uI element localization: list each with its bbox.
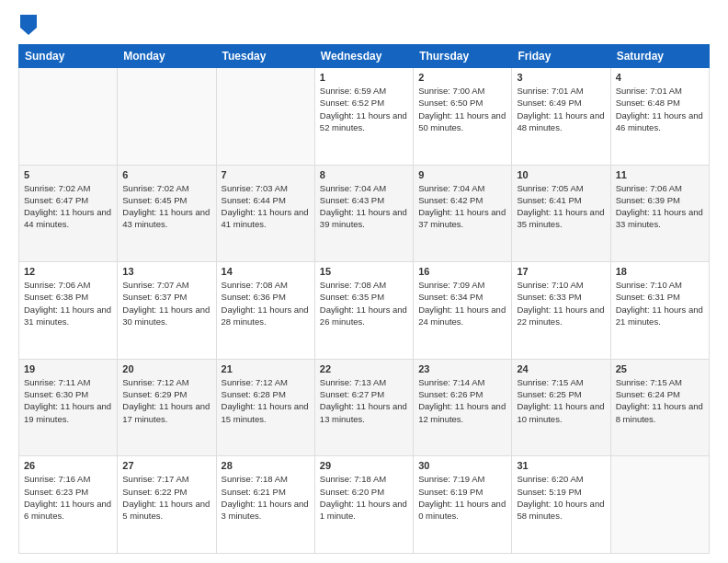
calendar-cell: 9Sunrise: 7:04 AM Sunset: 6:42 PM Daylig…: [414, 165, 512, 262]
calendar-cell: 1Sunrise: 6:59 AM Sunset: 6:52 PM Daylig…: [314, 68, 413, 166]
day-info: Sunrise: 7:08 AM Sunset: 6:36 PM Dayligh…: [222, 279, 310, 327]
day-info: Sunrise: 7:19 AM Sunset: 6:19 PM Dayligh…: [418, 473, 506, 522]
day-info: Sunrise: 7:13 AM Sunset: 6:27 PM Dayligh…: [320, 376, 408, 425]
header: [18, 15, 710, 35]
day-info: Sunrise: 7:01 AM Sunset: 6:48 PM Dayligh…: [616, 85, 704, 133]
calendar-header-sunday: Sunday: [19, 45, 118, 68]
day-info: Sunrise: 7:18 AM Sunset: 6:21 PM Dayligh…: [222, 473, 310, 522]
calendar-cell: 23Sunrise: 7:14 AM Sunset: 6:26 PM Dayli…: [414, 359, 512, 456]
day-info: Sunrise: 7:05 AM Sunset: 6:41 PM Dayligh…: [517, 182, 605, 231]
day-info: Sunrise: 7:18 AM Sunset: 6:20 PM Dayligh…: [320, 473, 408, 522]
calendar-cell: 7Sunrise: 7:03 AM Sunset: 6:44 PM Daylig…: [216, 165, 314, 262]
day-info: Sunrise: 7:06 AM Sunset: 6:38 PM Dayligh…: [24, 279, 112, 327]
day-number: 3: [517, 72, 605, 83]
calendar-cell: [216, 68, 314, 166]
day-number: 4: [616, 72, 704, 83]
calendar-cell: 5Sunrise: 7:02 AM Sunset: 6:47 PM Daylig…: [19, 165, 118, 262]
day-number: 19: [24, 363, 112, 374]
calendar-week-2: 5Sunrise: 7:02 AM Sunset: 6:47 PM Daylig…: [19, 165, 710, 262]
day-info: Sunrise: 7:10 AM Sunset: 6:33 PM Dayligh…: [517, 279, 605, 327]
calendar-cell: 17Sunrise: 7:10 AM Sunset: 6:33 PM Dayli…: [512, 262, 610, 360]
page: SundayMondayTuesdayWednesdayThursdayFrid…: [0, 0, 728, 563]
day-number: 10: [517, 169, 605, 180]
day-info: Sunrise: 6:20 AM Sunset: 5:19 PM Dayligh…: [517, 473, 605, 522]
day-number: 8: [320, 169, 408, 180]
day-info: Sunrise: 6:59 AM Sunset: 6:52 PM Dayligh…: [320, 85, 408, 133]
calendar-cell: 6Sunrise: 7:02 AM Sunset: 6:45 PM Daylig…: [118, 165, 216, 262]
day-info: Sunrise: 7:08 AM Sunset: 6:35 PM Dayligh…: [320, 279, 408, 327]
day-number: 12: [24, 266, 112, 277]
calendar-cell: 16Sunrise: 7:09 AM Sunset: 6:34 PM Dayli…: [414, 262, 512, 360]
day-number: 28: [222, 460, 310, 471]
calendar-cell: 30Sunrise: 7:19 AM Sunset: 6:19 PM Dayli…: [414, 456, 512, 554]
day-number: 20: [122, 363, 210, 374]
calendar-cell: 14Sunrise: 7:08 AM Sunset: 6:36 PM Dayli…: [216, 262, 314, 360]
calendar-cell: 31Sunrise: 6:20 AM Sunset: 5:19 PM Dayli…: [512, 456, 610, 554]
day-number: 22: [320, 363, 408, 374]
day-number: 29: [320, 460, 408, 471]
calendar-header-wednesday: Wednesday: [314, 45, 413, 68]
calendar-cell: [19, 68, 118, 166]
calendar-week-1: 1Sunrise: 6:59 AM Sunset: 6:52 PM Daylig…: [19, 68, 710, 166]
calendar-week-5: 26Sunrise: 7:16 AM Sunset: 6:23 PM Dayli…: [19, 456, 710, 554]
day-info: Sunrise: 7:02 AM Sunset: 6:47 PM Dayligh…: [24, 182, 112, 231]
svg-marker-0: [20, 15, 37, 35]
day-number: 27: [122, 460, 210, 471]
day-number: 13: [122, 266, 210, 277]
day-number: 7: [222, 169, 310, 180]
day-info: Sunrise: 7:11 AM Sunset: 6:30 PM Dayligh…: [24, 376, 112, 425]
calendar-cell: 28Sunrise: 7:18 AM Sunset: 6:21 PM Dayli…: [216, 456, 314, 554]
day-number: 26: [24, 460, 112, 471]
day-info: Sunrise: 7:15 AM Sunset: 6:24 PM Dayligh…: [616, 376, 704, 425]
day-info: Sunrise: 7:00 AM Sunset: 6:50 PM Dayligh…: [418, 85, 506, 133]
calendar-cell: 12Sunrise: 7:06 AM Sunset: 6:38 PM Dayli…: [19, 262, 118, 360]
logo: [18, 15, 42, 35]
calendar-cell: 24Sunrise: 7:15 AM Sunset: 6:25 PM Dayli…: [512, 359, 610, 456]
calendar-cell: 26Sunrise: 7:16 AM Sunset: 6:23 PM Dayli…: [19, 456, 118, 554]
calendar-cell: 15Sunrise: 7:08 AM Sunset: 6:35 PM Dayli…: [314, 262, 413, 360]
calendar-cell: 19Sunrise: 7:11 AM Sunset: 6:30 PM Dayli…: [19, 359, 118, 456]
day-number: 24: [517, 363, 605, 374]
day-number: 23: [418, 363, 506, 374]
day-info: Sunrise: 7:01 AM Sunset: 6:49 PM Dayligh…: [517, 85, 605, 133]
day-info: Sunrise: 7:10 AM Sunset: 6:31 PM Dayligh…: [616, 279, 704, 327]
calendar-cell: [118, 68, 216, 166]
calendar-header-thursday: Thursday: [414, 45, 512, 68]
calendar-cell: 27Sunrise: 7:17 AM Sunset: 6:22 PM Dayli…: [118, 456, 216, 554]
calendar-cell: 21Sunrise: 7:12 AM Sunset: 6:28 PM Dayli…: [216, 359, 314, 456]
calendar-cell: 8Sunrise: 7:04 AM Sunset: 6:43 PM Daylig…: [314, 165, 413, 262]
calendar-header-row: SundayMondayTuesdayWednesdayThursdayFrid…: [19, 45, 710, 68]
calendar-header-saturday: Saturday: [610, 45, 709, 68]
calendar-header-tuesday: Tuesday: [216, 45, 314, 68]
day-number: 25: [616, 363, 704, 374]
calendar-cell: 10Sunrise: 7:05 AM Sunset: 6:41 PM Dayli…: [512, 165, 610, 262]
logo-icon: [20, 15, 37, 35]
calendar-cell: 29Sunrise: 7:18 AM Sunset: 6:20 PM Dayli…: [314, 456, 413, 554]
day-number: 9: [418, 169, 506, 180]
day-number: 11: [616, 169, 704, 180]
day-info: Sunrise: 7:16 AM Sunset: 6:23 PM Dayligh…: [24, 473, 112, 522]
calendar-week-4: 19Sunrise: 7:11 AM Sunset: 6:30 PM Dayli…: [19, 359, 710, 456]
day-info: Sunrise: 7:17 AM Sunset: 6:22 PM Dayligh…: [122, 473, 210, 522]
day-info: Sunrise: 7:12 AM Sunset: 6:28 PM Dayligh…: [222, 376, 310, 425]
calendar-cell: 20Sunrise: 7:12 AM Sunset: 6:29 PM Dayli…: [118, 359, 216, 456]
day-number: 2: [418, 72, 506, 83]
day-info: Sunrise: 7:14 AM Sunset: 6:26 PM Dayligh…: [418, 376, 506, 425]
day-info: Sunrise: 7:04 AM Sunset: 6:43 PM Dayligh…: [320, 182, 408, 231]
day-number: 1: [320, 72, 408, 83]
day-number: 14: [222, 266, 310, 277]
day-info: Sunrise: 7:03 AM Sunset: 6:44 PM Dayligh…: [222, 182, 310, 231]
calendar-header-friday: Friday: [512, 45, 610, 68]
day-number: 30: [418, 460, 506, 471]
day-number: 18: [616, 266, 704, 277]
day-info: Sunrise: 7:15 AM Sunset: 6:25 PM Dayligh…: [517, 376, 605, 425]
calendar-table: SundayMondayTuesdayWednesdayThursdayFrid…: [18, 44, 710, 554]
calendar-cell: 25Sunrise: 7:15 AM Sunset: 6:24 PM Dayli…: [610, 359, 709, 456]
day-number: 5: [24, 169, 112, 180]
calendar-cell: [610, 456, 709, 554]
calendar-week-3: 12Sunrise: 7:06 AM Sunset: 6:38 PM Dayli…: [19, 262, 710, 360]
day-info: Sunrise: 7:02 AM Sunset: 6:45 PM Dayligh…: [122, 182, 210, 231]
calendar-cell: 11Sunrise: 7:06 AM Sunset: 6:39 PM Dayli…: [610, 165, 709, 262]
day-info: Sunrise: 7:06 AM Sunset: 6:39 PM Dayligh…: [616, 182, 704, 231]
calendar-cell: 2Sunrise: 7:00 AM Sunset: 6:50 PM Daylig…: [414, 68, 512, 166]
